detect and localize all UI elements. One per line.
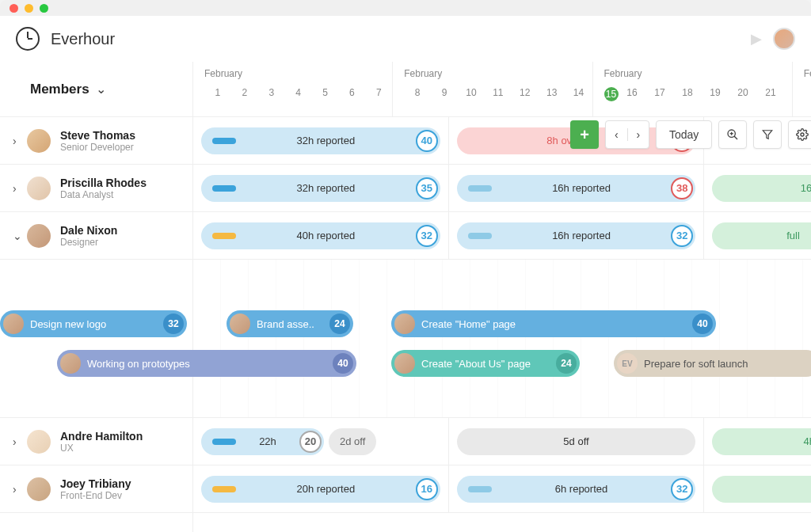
hours-pill[interactable]: 4h free24 [712,428,811,455]
hours-pill[interactable]: 6h reported32 [457,476,696,503]
hours-pill[interactable]: 40h reported32 [201,222,440,249]
date-header: February1234567February891011121314Febru… [193,62,811,117]
member-row: ›Steve ThomasSenior Developer [0,117,192,165]
member-role: UX [60,443,143,454]
svg-line-1 [734,136,737,139]
next-button[interactable]: › [627,128,649,141]
timer-icon[interactable]: ▶ [751,30,762,48]
schedule-cell[interactable]: 40h reported32 [193,212,449,259]
pill-text: 5d off [457,435,696,447]
schedule-cell[interactable]: 32h reported35 [193,165,449,211]
maximize-dot[interactable] [40,4,48,13]
day-label: 4 [285,87,312,98]
hours-badge: 20 [299,431,322,453]
schedule-cell[interactable]: 20h reported16 [193,466,449,512]
member-row: ›Andre HamiltonUX [0,418,192,466]
day-label: 5 [312,87,339,98]
member-row: ›Priscilla RhodesData Analyst [0,165,192,212]
hours-badge: 16 [416,478,438,500]
schedule-cell[interactable]: 5d off [449,418,705,465]
hours-pill[interactable]: 32h reported40 [201,127,440,154]
day-label: 13 [539,87,565,98]
day-label: 22 [804,87,811,98]
schedule-cell[interactable]: 16h free19 [704,165,811,211]
expand-arrow-icon[interactable]: › [13,435,27,448]
member-role: Front-End Dev [60,490,131,501]
member-role: Data Analyst [60,189,147,200]
hours-pill[interactable]: 16h reported38 [457,175,696,202]
user-avatar[interactable] [773,28,795,50]
schedule-row: 40h reported3216h reported32full282d off [193,212,811,260]
schedule-cell[interactable]: 4h free24 [704,418,811,465]
hours-pill[interactable]: 5d off [457,428,696,455]
minimize-dot[interactable] [25,4,33,13]
member-avatar[interactable] [27,224,51,248]
month-label: February [404,68,592,79]
day-label: 3 [258,87,285,98]
pill-text: 16h reported [492,230,672,241]
filter-button[interactable] [753,120,782,149]
nav-buttons: ‹ › [605,120,649,149]
member-avatar[interactable] [27,430,51,454]
expand-arrow-icon[interactable]: › [13,182,27,195]
settings-button[interactable] [788,120,811,149]
members-header[interactable]: Members ⌄ [0,62,192,117]
day-label: 11 [485,87,512,98]
topbar: Everhour ▶ [0,16,811,62]
day-label: 21 [757,87,785,101]
today-button[interactable]: Today [656,120,712,149]
toolbar: + ‹ › Today [570,120,811,149]
progress-bar [212,233,236,239]
pill-text: 6h reported [492,483,672,495]
expand-arrow-icon[interactable]: › [13,135,27,147]
hours-pill[interactable]: 32h reported35 [201,175,440,202]
task-bar[interactable]: Create "About Us" page24 [391,350,580,377]
hours-pill[interactable]: 22h20 [201,428,324,455]
member-avatar[interactable] [27,477,51,501]
member-row: ⌄Dale NixonDesigner [0,212,192,260]
task-avatar [394,314,415,334]
pill-text: 20h reported [236,483,416,495]
task-bar[interactable]: Brand asse..24 [227,310,353,337]
schedule-cell[interactable]: 32h reported40 [193,117,449,164]
schedule-cell[interactable]: 16h reported32 [449,212,705,259]
day-label: 14 [565,87,592,98]
collapse-arrow-icon[interactable]: ⌄ [13,230,27,242]
member-avatar[interactable] [27,177,51,200]
hours-pill[interactable]: 20h reported16 [201,476,440,503]
task-bar[interactable]: EVPrepare for soft launch [614,350,811,377]
day-label: 8 [404,87,431,98]
hours-pill[interactable]: full28 [712,222,811,249]
task-bar[interactable]: Create "Home" page40 [391,310,716,337]
task-hours-badge: 24 [556,353,577,374]
prev-button[interactable]: ‹ [606,128,627,141]
schedule-row: 20h reported166h reported32full32 [193,466,811,513]
expanded-tasks: 2d [193,260,811,418]
expand-arrow-icon[interactable]: › [13,483,27,496]
schedule-cell[interactable]: 6h reported32 [449,466,705,512]
day-label: 17 [646,87,674,101]
task-bar[interactable]: Design new logo32 [0,310,187,337]
member-avatar[interactable] [27,129,51,153]
day-label: 7 [365,87,392,98]
schedule-cell[interactable]: full32 [704,466,811,512]
day-label: 12 [512,87,539,98]
schedule-cell[interactable]: 22h202d off [193,418,449,465]
pill-text: 40h reported [236,230,416,241]
hours-pill[interactable]: full32 [712,476,811,503]
week-column: February1234567 [193,62,393,116]
hours-badge: 32 [671,225,693,247]
hours-pill[interactable]: 16h reported32 [457,222,696,249]
hours-pill[interactable]: 16h free19 [712,175,811,202]
add-button[interactable]: + [570,120,599,149]
close-dot[interactable] [10,4,18,13]
task-bar[interactable]: Working on prototypes40 [57,350,356,377]
zoom-button[interactable] [718,120,747,149]
hours-badge: 38 [671,177,693,200]
schedule-cell[interactable]: full282d off [704,212,811,259]
schedule-cell[interactable]: 16h reported38 [449,165,705,211]
month-label: February [204,68,392,79]
member-name: Joey Tribiany [60,477,131,490]
brand[interactable]: Everhour [16,27,115,51]
task-label: Create "Home" page [421,318,692,330]
